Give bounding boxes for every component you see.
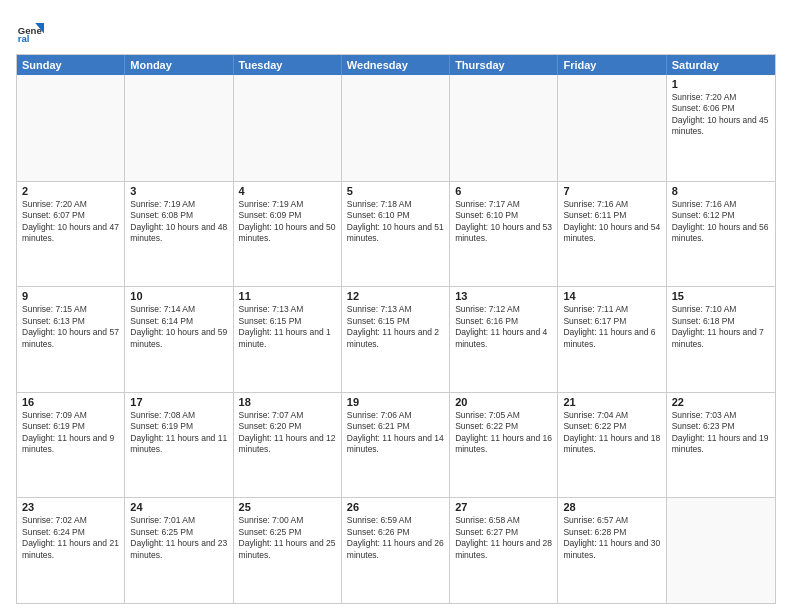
header-cell-monday: Monday [125,55,233,75]
cal-cell-0-3 [342,75,450,181]
cell-info: Sunrise: 7:16 AM Sunset: 6:12 PM Dayligh… [672,199,770,245]
cal-cell-3-1: 17Sunrise: 7:08 AM Sunset: 6:19 PM Dayli… [125,393,233,498]
cal-cell-0-4 [450,75,558,181]
day-number: 24 [130,501,227,513]
cell-info: Sunrise: 7:07 AM Sunset: 6:20 PM Dayligh… [239,410,336,456]
calendar-body: 1Sunrise: 7:20 AM Sunset: 6:06 PM Daylig… [17,75,775,603]
cell-info: Sunrise: 6:58 AM Sunset: 6:27 PM Dayligh… [455,515,552,561]
day-number: 23 [22,501,119,513]
day-number: 4 [239,185,336,197]
header-cell-thursday: Thursday [450,55,558,75]
cell-info: Sunrise: 7:19 AM Sunset: 6:09 PM Dayligh… [239,199,336,245]
cal-cell-4-3: 26Sunrise: 6:59 AM Sunset: 6:26 PM Dayli… [342,498,450,603]
header-cell-tuesday: Tuesday [234,55,342,75]
calendar-page: Gene ral SundayMondayTuesdayWednesdayThu… [0,0,792,612]
day-number: 5 [347,185,444,197]
svg-text:ral: ral [18,33,30,44]
cal-cell-4-0: 23Sunrise: 7:02 AM Sunset: 6:24 PM Dayli… [17,498,125,603]
day-number: 6 [455,185,552,197]
cal-cell-2-3: 12Sunrise: 7:13 AM Sunset: 6:15 PM Dayli… [342,287,450,392]
cal-cell-1-5: 7Sunrise: 7:16 AM Sunset: 6:11 PM Daylig… [558,182,666,287]
cell-info: Sunrise: 6:59 AM Sunset: 6:26 PM Dayligh… [347,515,444,561]
cell-info: Sunrise: 7:15 AM Sunset: 6:13 PM Dayligh… [22,304,119,350]
week-row-0: 1Sunrise: 7:20 AM Sunset: 6:06 PM Daylig… [17,75,775,181]
cell-info: Sunrise: 7:01 AM Sunset: 6:25 PM Dayligh… [130,515,227,561]
cal-cell-4-1: 24Sunrise: 7:01 AM Sunset: 6:25 PM Dayli… [125,498,233,603]
day-number: 10 [130,290,227,302]
day-number: 7 [563,185,660,197]
cal-cell-2-4: 13Sunrise: 7:12 AM Sunset: 6:16 PM Dayli… [450,287,558,392]
cal-cell-1-6: 8Sunrise: 7:16 AM Sunset: 6:12 PM Daylig… [667,182,775,287]
cell-info: Sunrise: 7:17 AM Sunset: 6:10 PM Dayligh… [455,199,552,245]
cal-cell-1-2: 4Sunrise: 7:19 AM Sunset: 6:09 PM Daylig… [234,182,342,287]
day-number: 26 [347,501,444,513]
day-number: 13 [455,290,552,302]
cal-cell-2-5: 14Sunrise: 7:11 AM Sunset: 6:17 PM Dayli… [558,287,666,392]
cell-info: Sunrise: 7:13 AM Sunset: 6:15 PM Dayligh… [347,304,444,350]
day-number: 8 [672,185,770,197]
day-number: 22 [672,396,770,408]
day-number: 2 [22,185,119,197]
day-number: 11 [239,290,336,302]
cal-cell-1-0: 2Sunrise: 7:20 AM Sunset: 6:07 PM Daylig… [17,182,125,287]
day-number: 1 [672,78,770,90]
week-row-3: 16Sunrise: 7:09 AM Sunset: 6:19 PM Dayli… [17,392,775,498]
day-number: 3 [130,185,227,197]
cal-cell-3-6: 22Sunrise: 7:03 AM Sunset: 6:23 PM Dayli… [667,393,775,498]
cal-cell-2-0: 9Sunrise: 7:15 AM Sunset: 6:13 PM Daylig… [17,287,125,392]
cell-info: Sunrise: 7:16 AM Sunset: 6:11 PM Dayligh… [563,199,660,245]
cell-info: Sunrise: 6:57 AM Sunset: 6:28 PM Dayligh… [563,515,660,561]
cal-cell-0-0 [17,75,125,181]
cal-cell-1-1: 3Sunrise: 7:19 AM Sunset: 6:08 PM Daylig… [125,182,233,287]
cell-info: Sunrise: 7:12 AM Sunset: 6:16 PM Dayligh… [455,304,552,350]
header-cell-sunday: Sunday [17,55,125,75]
header: Gene ral [16,16,776,44]
week-row-1: 2Sunrise: 7:20 AM Sunset: 6:07 PM Daylig… [17,181,775,287]
cal-cell-3-0: 16Sunrise: 7:09 AM Sunset: 6:19 PM Dayli… [17,393,125,498]
day-number: 15 [672,290,770,302]
day-number: 12 [347,290,444,302]
cal-cell-2-1: 10Sunrise: 7:14 AM Sunset: 6:14 PM Dayli… [125,287,233,392]
day-number: 20 [455,396,552,408]
cal-cell-1-4: 6Sunrise: 7:17 AM Sunset: 6:10 PM Daylig… [450,182,558,287]
header-cell-friday: Friday [558,55,666,75]
cal-cell-0-1 [125,75,233,181]
cal-cell-0-5 [558,75,666,181]
cell-info: Sunrise: 7:03 AM Sunset: 6:23 PM Dayligh… [672,410,770,456]
day-number: 27 [455,501,552,513]
cal-cell-2-2: 11Sunrise: 7:13 AM Sunset: 6:15 PM Dayli… [234,287,342,392]
cell-info: Sunrise: 7:18 AM Sunset: 6:10 PM Dayligh… [347,199,444,245]
header-cell-wednesday: Wednesday [342,55,450,75]
day-number: 19 [347,396,444,408]
cal-cell-1-3: 5Sunrise: 7:18 AM Sunset: 6:10 PM Daylig… [342,182,450,287]
day-number: 17 [130,396,227,408]
cell-info: Sunrise: 7:10 AM Sunset: 6:18 PM Dayligh… [672,304,770,350]
cell-info: Sunrise: 7:19 AM Sunset: 6:08 PM Dayligh… [130,199,227,245]
calendar-grid: SundayMondayTuesdayWednesdayThursdayFrid… [16,54,776,604]
cal-cell-3-3: 19Sunrise: 7:06 AM Sunset: 6:21 PM Dayli… [342,393,450,498]
cell-info: Sunrise: 7:09 AM Sunset: 6:19 PM Dayligh… [22,410,119,456]
day-number: 28 [563,501,660,513]
day-number: 18 [239,396,336,408]
cal-cell-2-6: 15Sunrise: 7:10 AM Sunset: 6:18 PM Dayli… [667,287,775,392]
cell-info: Sunrise: 7:06 AM Sunset: 6:21 PM Dayligh… [347,410,444,456]
cal-cell-0-6: 1Sunrise: 7:20 AM Sunset: 6:06 PM Daylig… [667,75,775,181]
cell-info: Sunrise: 7:20 AM Sunset: 6:06 PM Dayligh… [672,92,770,138]
cal-cell-0-2 [234,75,342,181]
week-row-4: 23Sunrise: 7:02 AM Sunset: 6:24 PM Dayli… [17,497,775,603]
day-number: 16 [22,396,119,408]
cal-cell-4-5: 28Sunrise: 6:57 AM Sunset: 6:28 PM Dayli… [558,498,666,603]
cal-cell-3-4: 20Sunrise: 7:05 AM Sunset: 6:22 PM Dayli… [450,393,558,498]
cell-info: Sunrise: 7:20 AM Sunset: 6:07 PM Dayligh… [22,199,119,245]
logo: Gene ral [16,16,48,44]
cell-info: Sunrise: 7:05 AM Sunset: 6:22 PM Dayligh… [455,410,552,456]
header-cell-saturday: Saturday [667,55,775,75]
cell-info: Sunrise: 7:13 AM Sunset: 6:15 PM Dayligh… [239,304,336,350]
day-number: 9 [22,290,119,302]
cell-info: Sunrise: 7:02 AM Sunset: 6:24 PM Dayligh… [22,515,119,561]
day-number: 14 [563,290,660,302]
cell-info: Sunrise: 7:11 AM Sunset: 6:17 PM Dayligh… [563,304,660,350]
day-number: 25 [239,501,336,513]
cell-info: Sunrise: 7:14 AM Sunset: 6:14 PM Dayligh… [130,304,227,350]
cell-info: Sunrise: 7:08 AM Sunset: 6:19 PM Dayligh… [130,410,227,456]
